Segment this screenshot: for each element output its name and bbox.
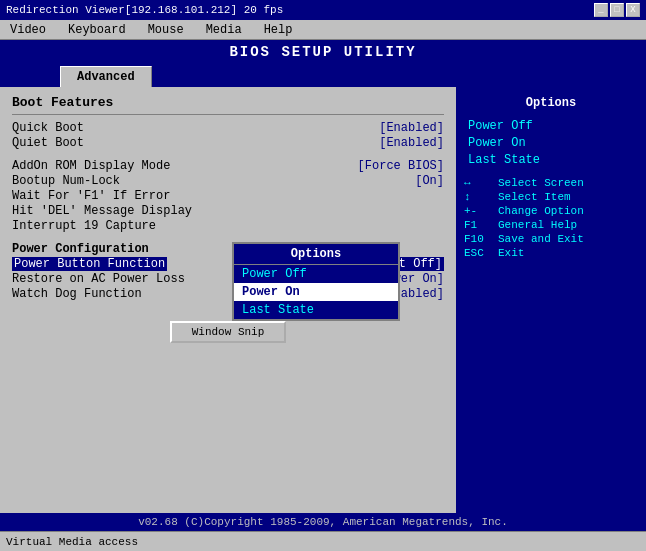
label-watch-dog: Watch Dog Function (12, 287, 142, 301)
key-help: ↔ Select Screen ↕ Select Item +- Change … (464, 177, 638, 259)
window-titlebar: Redirection Viewer[192.168.101.212] 20 f… (0, 0, 646, 20)
label-num-lock: Bootup Num-Lock (12, 174, 120, 188)
key-desc-select-screen: Select Screen (498, 177, 584, 189)
key-desc-general-help: General Help (498, 219, 577, 231)
row-addon-rom: AddOn ROM Display Mode [Force BIOS] (12, 159, 444, 173)
section-title: Boot Features (12, 95, 444, 110)
bios-main: Boot Features Quick Boot [Enabled] Quiet… (0, 87, 646, 513)
key-desc-change-option: Change Option (498, 205, 584, 217)
key-desc-exit: Exit (498, 247, 524, 259)
window-title: Redirection Viewer[192.168.101.212] 20 f… (6, 4, 283, 16)
menu-keyboard[interactable]: Keyboard (62, 21, 132, 39)
status-text: Virtual Media access (6, 536, 138, 548)
options-header: Options (464, 93, 638, 113)
dropdown-header: Options (234, 244, 398, 265)
close-button[interactable]: X (626, 3, 640, 17)
bios-left-panel: Boot Features Quick Boot [Enabled] Quiet… (0, 87, 456, 513)
dropdown-item-power-off[interactable]: Power Off (234, 265, 398, 283)
menu-mouse[interactable]: Mouse (142, 21, 190, 39)
row-quick-boot: Quick Boot [Enabled] (12, 121, 444, 135)
row-hit-del: Hit 'DEL' Message Display (12, 204, 444, 218)
key-sym-esc: ESC (464, 247, 492, 259)
key-row-change-option: +- Change Option (464, 205, 638, 217)
key-desc-save-exit: Save and Exit (498, 233, 584, 245)
key-sym-f1: F1 (464, 219, 492, 231)
value-addon-rom: [Force BIOS] (358, 159, 444, 173)
value-quiet-boot: [Enabled] (379, 136, 444, 150)
dropdown-popup: Options Power Off Power On Last State (232, 242, 400, 321)
label-interrupt19: Interrupt 19 Capture (12, 219, 156, 233)
value-quick-boot: [Enabled] (379, 121, 444, 135)
label-restore-ac: Restore on AC Power Loss (12, 272, 185, 286)
bios-footer: v02.68 (C)Copyright 1985-2009, American … (0, 513, 646, 531)
window-snip-button[interactable]: Window Snip (170, 321, 287, 343)
options-last-state: Last State (464, 153, 638, 167)
label-hit-del: Hit 'DEL' Message Display (12, 204, 192, 218)
label-power-button: Power Button Function (12, 257, 167, 271)
key-sym-arrows-horizontal: ↔ (464, 177, 492, 189)
bios-tabs: Advanced (0, 64, 646, 87)
menu-help[interactable]: Help (258, 21, 299, 39)
menubar: Video Keyboard Mouse Media Help (0, 20, 646, 40)
label-quiet-boot: Quiet Boot (12, 136, 84, 150)
row-interrupt19: Interrupt 19 Capture (12, 219, 444, 233)
options-power-off: Power Off (464, 119, 638, 133)
options-power-on: Power On (464, 136, 638, 150)
menu-video[interactable]: Video (4, 21, 52, 39)
key-row-exit: ESC Exit (464, 247, 638, 259)
status-bar: Virtual Media access (0, 531, 646, 551)
key-sym-plus-minus: +- (464, 205, 492, 217)
row-num-lock: Bootup Num-Lock [On] (12, 174, 444, 188)
section-divider (12, 114, 444, 115)
menu-media[interactable]: Media (200, 21, 248, 39)
key-sym-f10: F10 (464, 233, 492, 245)
label-quick-boot: Quick Boot (12, 121, 84, 135)
key-desc-select-item: Select Item (498, 191, 571, 203)
key-row-select-item: ↕ Select Item (464, 191, 638, 203)
row-wait-f1: Wait For 'F1' If Error (12, 189, 444, 203)
window-controls: _ □ X (594, 3, 640, 17)
label-addon-rom: AddOn ROM Display Mode (12, 159, 170, 173)
dropdown-item-power-on[interactable]: Power On (234, 283, 398, 301)
key-row-save-exit: F10 Save and Exit (464, 233, 638, 245)
label-power-config: Power Configuration (12, 242, 149, 256)
bios-container: BIOS SETUP UTILITY Advanced Boot Feature… (0, 40, 646, 531)
key-row-general-help: F1 General Help (464, 219, 638, 231)
bios-right-panel: Options Power Off Power On Last State ↔ … (456, 87, 646, 513)
key-row-select-screen: ↔ Select Screen (464, 177, 638, 189)
label-wait-f1: Wait For 'F1' If Error (12, 189, 170, 203)
key-sym-arrows-vertical: ↕ (464, 191, 492, 203)
row-quiet-boot: Quiet Boot [Enabled] (12, 136, 444, 150)
tab-advanced[interactable]: Advanced (60, 66, 152, 87)
value-num-lock: [On] (415, 174, 444, 188)
bios-header: BIOS SETUP UTILITY (0, 40, 646, 64)
maximize-button[interactable]: □ (610, 3, 624, 17)
dropdown-item-last-state[interactable]: Last State (234, 301, 398, 319)
minimize-button[interactable]: _ (594, 3, 608, 17)
